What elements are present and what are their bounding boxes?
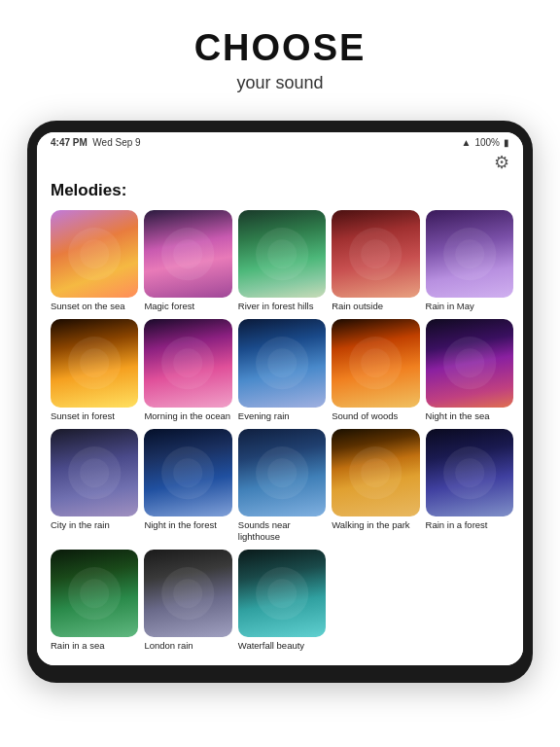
svg-point-17 — [80, 348, 109, 377]
melody-item-night-forest[interactable]: Night in the forest — [144, 429, 231, 543]
melody-thumb-morning-ocean — [144, 319, 231, 407]
melody-thumb-london-rain — [144, 550, 231, 637]
melody-thumb-evening-rain — [238, 319, 326, 407]
svg-point-5 — [174, 239, 203, 268]
melody-label-rain-forest: Rain in a forest — [426, 519, 488, 531]
svg-point-41 — [361, 458, 390, 487]
device-screen: 4:47 PM Wed Sep 9 ▲ 100% ▮ ⚙ Melodies: S… — [37, 132, 523, 665]
melody-item-rain-forest[interactable]: Rain in a forest — [426, 429, 513, 543]
page-title: CHOOSE — [194, 27, 367, 69]
melody-label-river-forest: River in forest hills — [238, 301, 314, 312]
melody-item-city-rain[interactable]: City in the rain — [51, 429, 138, 543]
app-bar: ⚙ — [37, 150, 523, 177]
svg-point-32 — [80, 458, 109, 487]
melody-thumb-walking-park — [332, 429, 419, 516]
section-title: Melodies: — [51, 181, 513, 200]
svg-point-47 — [80, 579, 109, 608]
svg-point-2 — [80, 239, 109, 268]
melody-item-sunset-forest[interactable]: Sunset in forest — [51, 319, 138, 421]
svg-point-8 — [267, 239, 297, 268]
melody-thumb-night-sea — [426, 319, 513, 407]
melody-thumb-lighthouse — [238, 429, 326, 516]
svg-point-11 — [361, 239, 390, 268]
melody-thumb-magic-forest — [144, 210, 231, 298]
melody-item-evening-rain[interactable]: Evening rain — [238, 319, 326, 421]
melody-thumb-city-rain — [51, 429, 138, 516]
svg-point-29 — [455, 348, 484, 377]
melody-thumb-sound-woods — [332, 319, 419, 407]
melody-item-rain-outside[interactable]: Rain outside — [332, 210, 419, 312]
melody-label-sunset-sea: Sunset on the sea — [51, 301, 125, 312]
melody-label-night-sea: Night in the sea — [426, 410, 490, 422]
svg-point-38 — [267, 458, 297, 487]
melodies-grid: Sunset on the sea Magic forest River in … — [51, 210, 513, 652]
melody-label-magic-forest: Magic forest — [144, 301, 194, 312]
melody-thumb-waterfall — [238, 550, 326, 637]
melody-thumb-sunset-sea — [51, 210, 138, 298]
melody-label-rain-sea: Rain in a sea — [51, 640, 104, 652]
melody-thumb-river-forest — [238, 210, 326, 298]
melody-item-lighthouse[interactable]: Sounds near lighthouse — [238, 429, 326, 543]
svg-point-20 — [174, 348, 203, 377]
settings-icon[interactable]: ⚙ — [494, 152, 509, 173]
melody-label-morning-ocean: Morning in the ocean — [144, 410, 230, 422]
melody-label-sunset-forest: Sunset in forest — [51, 410, 115, 422]
melody-item-rain-may[interactable]: Rain in May — [426, 210, 513, 312]
content-area: Melodies: Sunset on the sea Magic forest… — [37, 177, 523, 665]
melody-item-london-rain[interactable]: London rain — [144, 550, 231, 652]
battery-icon: ▮ — [504, 137, 509, 148]
melody-thumb-sunset-forest — [51, 319, 138, 407]
melody-label-evening-rain: Evening rain — [238, 410, 290, 422]
svg-point-44 — [455, 458, 484, 487]
melody-label-rain-may: Rain in May — [426, 301, 474, 312]
melody-label-london-rain: London rain — [144, 640, 192, 652]
melody-label-walking-park: Walking in the park — [332, 519, 409, 531]
page-subtitle: your sound — [194, 73, 367, 93]
melody-label-rain-outside: Rain outside — [332, 301, 383, 312]
wifi-icon: ▲ — [462, 137, 472, 148]
melody-label-lighthouse: Sounds near lighthouse — [238, 519, 326, 543]
svg-point-50 — [174, 579, 203, 608]
melody-label-waterfall: Waterfall beauty — [238, 640, 304, 652]
melody-thumb-rain-sea — [51, 550, 138, 637]
svg-point-53 — [267, 579, 297, 608]
melody-item-morning-ocean[interactable]: Morning in the ocean — [144, 319, 231, 421]
status-time: 4:47 PM — [51, 137, 88, 148]
battery-label: 100% — [474, 137, 500, 148]
melody-item-river-forest[interactable]: River in forest hills — [238, 210, 326, 312]
svg-point-35 — [174, 458, 203, 487]
melody-item-walking-park[interactable]: Walking in the park — [332, 429, 419, 543]
melody-item-night-sea[interactable]: Night in the sea — [426, 319, 513, 421]
melody-thumb-rain-outside — [332, 210, 419, 298]
melody-item-rain-sea[interactable]: Rain in a sea — [51, 550, 138, 652]
melody-label-city-rain: City in the rain — [51, 519, 110, 531]
page-header: CHOOSE your sound — [194, 0, 367, 103]
melody-thumb-rain-may — [426, 210, 513, 298]
melody-thumb-night-forest — [144, 429, 231, 516]
status-right: ▲ 100% ▮ — [462, 137, 509, 148]
status-date: Wed Sep 9 — [90, 137, 141, 148]
melody-thumb-rain-forest — [426, 429, 513, 516]
melody-label-sound-woods: Sound of woods — [332, 410, 398, 422]
melody-item-sunset-sea[interactable]: Sunset on the sea — [51, 210, 138, 312]
svg-point-23 — [267, 348, 297, 377]
device-frame: 4:47 PM Wed Sep 9 ▲ 100% ▮ ⚙ Melodies: S… — [27, 121, 533, 683]
svg-point-26 — [361, 348, 390, 377]
melody-item-sound-woods[interactable]: Sound of woods — [332, 319, 419, 421]
melody-item-waterfall[interactable]: Waterfall beauty — [238, 550, 326, 652]
melody-label-night-forest: Night in the forest — [144, 519, 216, 531]
svg-point-14 — [455, 239, 484, 268]
status-bar: 4:47 PM Wed Sep 9 ▲ 100% ▮ — [37, 132, 523, 150]
melody-item-magic-forest[interactable]: Magic forest — [144, 210, 231, 312]
